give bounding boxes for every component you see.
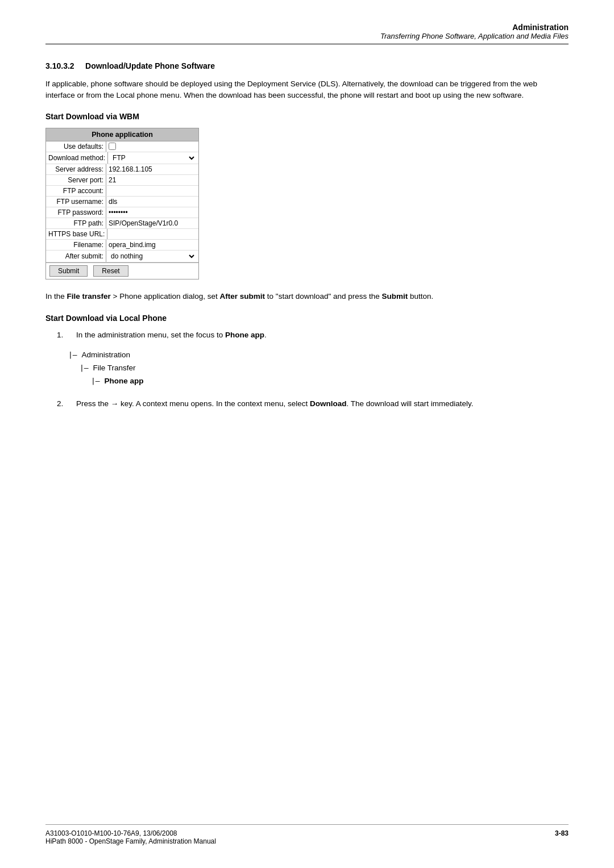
bold-phone-app: Phone app	[225, 331, 264, 339]
footer-page-number: 3-83	[555, 829, 569, 845]
value-after-submit[interactable]: do nothing start download	[106, 251, 198, 262]
value-ftp-username[interactable]	[106, 197, 198, 207]
form-row-ftp-password: FTP password:	[46, 207, 198, 218]
bold-after-submit: After submit	[220, 292, 265, 301]
section-title: Download/Update Phone Software	[77, 61, 215, 70]
label-ftp-account: FTP account:	[46, 186, 106, 196]
input-ftp-path[interactable]	[109, 219, 196, 227]
input-filename[interactable]	[109, 241, 196, 249]
reset-button[interactable]: Reset	[93, 265, 128, 277]
form-button-row: Submit Reset	[46, 262, 198, 279]
step-1: 1. In the administration menu, set the f…	[57, 329, 569, 341]
label-server-port: Server port:	[46, 175, 106, 185]
form-row-download-method: Download method: FTP HTTPS	[46, 152, 198, 164]
local-heading: Start Download via Local Phone	[45, 314, 569, 323]
value-server-address[interactable]	[106, 164, 198, 174]
form-row-server-port: Server port:	[46, 175, 198, 186]
value-server-port[interactable]	[106, 175, 198, 185]
value-https-url[interactable]	[107, 229, 198, 239]
form-row-ftp-username: FTP username:	[46, 197, 198, 207]
value-filename[interactable]	[106, 240, 198, 250]
value-use-defaults[interactable]	[106, 141, 198, 152]
bold-download: Download	[310, 399, 347, 408]
header-main-title: Administration	[45, 23, 569, 32]
select-after-submit[interactable]: do nothing start download	[109, 252, 196, 261]
step-1-number: 1.	[57, 329, 67, 341]
tree-label-phone-app: Phone app	[104, 377, 143, 385]
step-1-content: In the administration menu, set the focu…	[76, 329, 569, 341]
footer-product: HiPath 8000 - OpenStage Family, Administ…	[45, 837, 216, 845]
form-row-after-submit: After submit: do nothing start download	[46, 251, 198, 262]
step-2-number: 2.	[57, 398, 67, 410]
form-row-server-address: Server address:	[46, 164, 198, 175]
label-ftp-password: FTP password:	[46, 207, 106, 218]
form-row-ftp-account: FTP account:	[46, 186, 198, 197]
label-ftp-username: FTP username:	[46, 197, 106, 207]
section-number: 3.10.3.2	[45, 61, 74, 70]
tree-label-administration: Administration	[81, 350, 130, 359]
bold-file-transfer: File transfer	[67, 292, 111, 301]
label-ftp-path: FTP path:	[46, 218, 106, 228]
value-ftp-account[interactable]	[106, 186, 198, 196]
form-row-ftp-path: FTP path:	[46, 218, 198, 229]
step-2: 2. Press the → key. A context menu opens…	[57, 398, 569, 410]
section-heading-container: 3.10.3.2 Download/Update Phone Software	[45, 61, 569, 70]
tree-item-file-transfer: |— File Transfer	[68, 362, 569, 375]
checkbox-use-defaults[interactable]	[109, 143, 116, 150]
tree-item-administration: |— Administration	[68, 349, 569, 362]
form-row-filename: Filename:	[46, 240, 198, 251]
input-ftp-account[interactable]	[109, 187, 196, 195]
footer-left: A31003-O1010-M100-10-76A9, 13/06/2008 Hi…	[45, 829, 216, 845]
step-2-content: Press the → key. A context menu opens. I…	[76, 398, 569, 410]
menu-tree: |— Administration |— File Transfer |— Ph…	[68, 349, 569, 388]
header-sub-title: Transferring Phone Software, Application…	[45, 32, 569, 40]
phone-app-form: Phone application Use defaults: Download…	[45, 128, 199, 279]
input-ftp-password[interactable]	[109, 208, 196, 216]
select-download-method[interactable]: FTP HTTPS	[110, 153, 196, 162]
page-footer: A31003-O1010-M100-10-76A9, 13/06/2008 Hi…	[45, 824, 569, 845]
wbm-heading: Start Download via WBM	[45, 112, 569, 121]
input-server-address[interactable]	[109, 165, 196, 173]
local-section: Start Download via Local Phone 1. In the…	[45, 314, 569, 410]
value-download-method[interactable]: FTP HTTPS	[107, 152, 198, 164]
value-ftp-path[interactable]	[106, 218, 198, 228]
bold-submit: Submit	[382, 292, 408, 301]
form-row-https-url: HTTPS base URL:	[46, 229, 198, 240]
intro-paragraph: If applicable, phone software should be …	[45, 78, 569, 102]
page-header: Administration Transferring Phone Softwa…	[45, 23, 569, 44]
label-download-method: Download method:	[46, 153, 107, 163]
tree-label-file-transfer: File Transfer	[93, 364, 135, 372]
wbm-section: Start Download via WBM Phone application…	[45, 112, 569, 279]
label-after-submit: After submit:	[46, 251, 106, 261]
input-ftp-username[interactable]	[109, 198, 196, 206]
label-filename: Filename:	[46, 240, 106, 250]
form-row-use-defaults: Use defaults:	[46, 141, 198, 152]
label-use-defaults: Use defaults:	[46, 141, 106, 152]
submit-button[interactable]: Submit	[49, 265, 88, 277]
form-title: Phone application	[46, 128, 198, 141]
input-https-url[interactable]	[110, 230, 196, 238]
input-server-port[interactable]	[109, 176, 196, 184]
numbered-list: 1. In the administration menu, set the f…	[57, 329, 569, 410]
footer-doc-id: A31003-O1010-M100-10-76A9, 13/06/2008	[45, 829, 216, 837]
label-server-address: Server address:	[46, 164, 106, 174]
value-ftp-password[interactable]	[106, 207, 198, 218]
after-table-paragraph: In the File transfer > Phone application…	[45, 291, 569, 302]
tree-item-phone-app: |— Phone app	[68, 375, 569, 388]
label-https-url: HTTPS base URL:	[46, 229, 107, 239]
